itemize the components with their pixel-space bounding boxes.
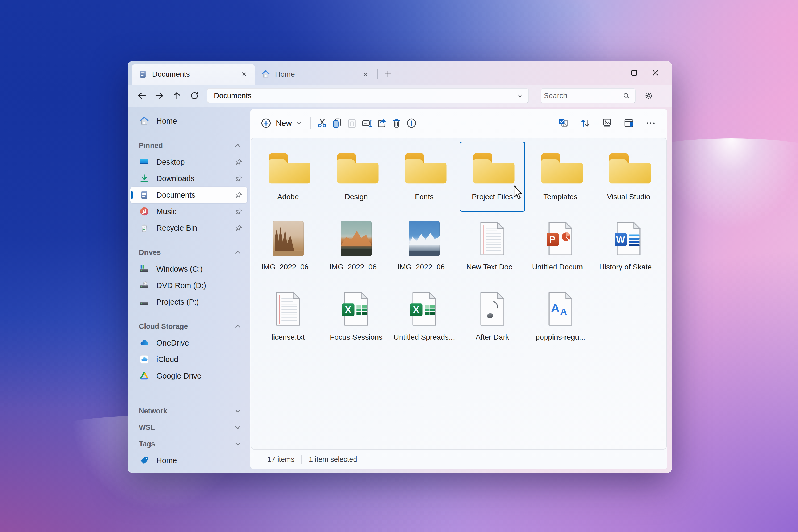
- sidebar-item-home[interactable]: Home: [130, 113, 247, 129]
- file-label: After Dark: [476, 333, 509, 342]
- sidebar-item-google-drive[interactable]: Google Drive: [130, 367, 247, 384]
- pin-icon[interactable]: [234, 224, 243, 232]
- rename-button[interactable]: [359, 115, 374, 131]
- file-item[interactable]: IMG_2022_06...: [392, 212, 457, 282]
- paste-button[interactable]: [344, 115, 359, 131]
- file-item[interactable]: Untitled Docum...: [528, 212, 593, 282]
- plus-icon: [384, 70, 392, 78]
- info-icon: [406, 118, 417, 129]
- sidebar-item-label: Desktop: [156, 158, 234, 167]
- search-box[interactable]: [540, 88, 636, 103]
- sidebar-section-pinned[interactable]: Pinned: [130, 137, 247, 154]
- file-item[interactable]: poppins-regu...: [528, 282, 593, 352]
- file-label: Design: [344, 193, 367, 201]
- file-grid-area[interactable]: Adobe Design Fonts Project Files: [251, 137, 667, 450]
- selection-count: 1 item selected: [309, 455, 357, 464]
- forward-button[interactable]: [151, 87, 168, 104]
- file-item[interactable]: license.txt: [255, 282, 321, 352]
- file-item-selected[interactable]: Project Files: [460, 141, 525, 212]
- pin-icon[interactable]: [234, 158, 243, 166]
- file-label: IMG_2022_06...: [398, 263, 451, 271]
- close-button[interactable]: [645, 65, 666, 81]
- new-tab-button[interactable]: [380, 66, 395, 81]
- sidebar-section-drives[interactable]: Drives: [130, 244, 247, 261]
- sidebar-item-tag-home[interactable]: Home: [130, 452, 247, 469]
- file-item[interactable]: IMG_2022_06...: [255, 212, 321, 282]
- main-panel: New: [250, 109, 667, 469]
- folder-icon: [605, 150, 652, 187]
- chevron-down-icon: [517, 92, 524, 99]
- file-explorer-window: Documents Home Documents: [128, 61, 672, 473]
- copy-button[interactable]: [329, 115, 344, 131]
- sidebar-item-windows-c[interactable]: Windows (C:): [130, 261, 247, 277]
- file-item[interactable]: Untitled Spreads...: [392, 282, 457, 352]
- folder-icon: [401, 150, 448, 187]
- tab-close-button[interactable]: [360, 68, 371, 80]
- file-label: Templates: [544, 193, 577, 201]
- back-button[interactable]: [133, 87, 151, 104]
- file-label: Visual Studio: [607, 193, 650, 201]
- file-item[interactable]: Fonts: [392, 141, 457, 212]
- sidebar-item-label: Home: [156, 456, 243, 465]
- file-item[interactable]: Focus Sessions: [323, 282, 389, 352]
- more-options-button[interactable]: [643, 115, 658, 131]
- address-bar[interactable]: Documents: [207, 88, 529, 103]
- file-item[interactable]: New Text Doc...: [460, 212, 525, 282]
- pin-icon[interactable]: [234, 174, 243, 183]
- file-item[interactable]: Templates: [528, 141, 593, 212]
- sidebar-item-recycle-bin[interactable]: Recycle Bin: [130, 220, 247, 236]
- maximize-button[interactable]: [624, 65, 645, 81]
- view-button[interactable]: [600, 115, 614, 131]
- new-button[interactable]: New: [256, 115, 307, 131]
- tab-documents[interactable]: Documents: [132, 64, 255, 84]
- excel-file-icon: [411, 291, 438, 327]
- sidebar-item-projects-p[interactable]: Projects (P:): [130, 294, 247, 310]
- close-icon: [651, 68, 660, 77]
- home-tab-icon: [261, 70, 270, 79]
- pin-icon[interactable]: [234, 191, 243, 199]
- sidebar-section-network[interactable]: Network: [130, 403, 247, 419]
- google-drive-icon: [139, 370, 150, 381]
- refresh-button[interactable]: [186, 87, 203, 104]
- file-item[interactable]: After Dark: [460, 282, 525, 352]
- file-item[interactable]: Design: [323, 141, 389, 212]
- pin-icon[interactable]: [234, 208, 243, 215]
- preview-pane-button[interactable]: [621, 115, 636, 131]
- sidebar-item-icloud[interactable]: iCloud: [130, 351, 247, 367]
- share-button[interactable]: [374, 115, 389, 131]
- up-button[interactable]: [168, 87, 186, 104]
- file-item[interactable]: Adobe: [255, 141, 321, 212]
- sidebar-section-cloud-storage[interactable]: Cloud Storage: [130, 318, 247, 335]
- folder-icon: [537, 150, 584, 187]
- sidebar-item-downloads[interactable]: Downloads: [130, 170, 247, 187]
- address-path: Documents: [214, 92, 517, 100]
- sidebar-item-label: Downloads: [156, 174, 234, 183]
- minimize-button[interactable]: [602, 65, 624, 81]
- tab-close-button[interactable]: [238, 68, 250, 80]
- sidebar-item-onedrive[interactable]: OneDrive: [130, 335, 247, 351]
- search-input[interactable]: [543, 91, 623, 100]
- sidebar-item-music[interactable]: Music: [130, 203, 247, 220]
- delete-button[interactable]: [389, 115, 404, 131]
- sort-button[interactable]: [578, 115, 593, 131]
- sidebar-section-tags[interactable]: Tags: [130, 436, 247, 452]
- sidebar-item-label: Recycle Bin: [156, 224, 234, 232]
- file-item[interactable]: History of Skate...: [596, 212, 661, 282]
- sidebar-section-wsl[interactable]: WSL: [130, 419, 247, 436]
- recycle-bin-icon: [139, 223, 150, 233]
- file-item[interactable]: IMG_2022_06...: [323, 212, 389, 282]
- multiselect-button[interactable]: [556, 115, 571, 131]
- section-label: Network: [139, 407, 234, 415]
- properties-button[interactable]: [404, 115, 419, 131]
- forward-arrow-icon: [154, 91, 165, 101]
- tab-home[interactable]: Home: [255, 64, 376, 84]
- sidebar-item-desktop[interactable]: Desktop: [130, 154, 247, 170]
- file-label: Fonts: [415, 193, 434, 201]
- cut-button[interactable]: [315, 115, 329, 131]
- settings-button[interactable]: [640, 87, 658, 104]
- sidebar-item-dvd-d[interactable]: DVD Rom (D:): [130, 277, 247, 294]
- tag-icon: [139, 455, 150, 466]
- sidebar-item-documents[interactable]: Documents: [130, 187, 247, 203]
- file-item[interactable]: Visual Studio: [596, 141, 661, 212]
- toolbar-divider: [310, 117, 311, 129]
